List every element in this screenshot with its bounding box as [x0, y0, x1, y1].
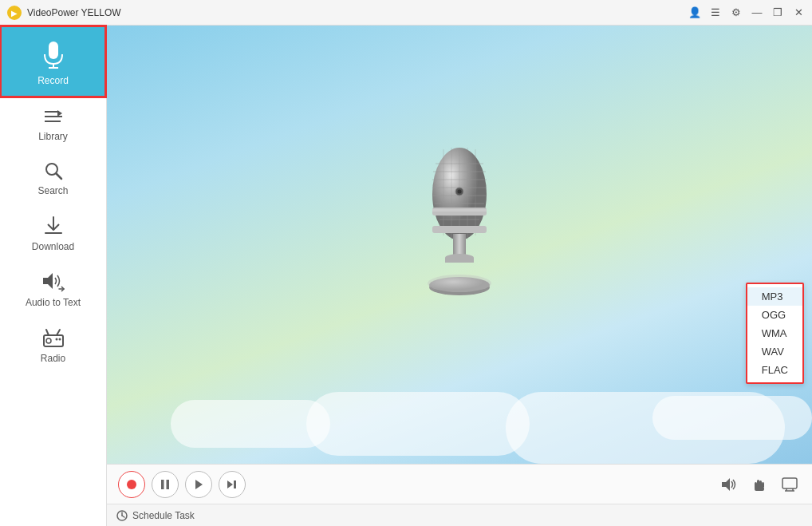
schedule-label: Schedule Task: [132, 510, 195, 521]
svg-point-16: [46, 338, 51, 343]
svg-rect-58: [755, 487, 764, 491]
screen-icon[interactable]: [778, 473, 801, 496]
svg-line-65: [122, 516, 124, 517]
svg-point-44: [428, 275, 491, 292]
svg-line-20: [57, 330, 60, 335]
cloud-4: [652, 396, 812, 440]
sidebar-item-radio[interactable]: Radio: [0, 316, 106, 372]
download-icon: [44, 216, 63, 236]
svg-rect-38: [432, 226, 487, 233]
format-wma[interactable]: WMA: [747, 324, 802, 342]
title-bar: ▶ VideoPower YELLOW 👤 ☰ ⚙ — ❒ ✕: [0, 0, 812, 26]
svg-rect-59: [782, 478, 797, 488]
sidebar-audio-text-label: Audio to Text: [26, 297, 81, 308]
svg-point-17: [55, 338, 57, 341]
svg-line-9: [56, 174, 61, 180]
window-controls: 👤 ☰ ⚙ — ❒ ✕: [688, 6, 806, 20]
sidebar-item-search[interactable]: Search: [0, 150, 106, 204]
svg-rect-52: [234, 481, 236, 488]
menu-icon[interactable]: ☰: [708, 6, 723, 20]
audio-to-text-icon: [41, 271, 65, 292]
svg-marker-13: [48, 273, 53, 289]
app-logo: ▶: [6, 5, 22, 21]
svg-rect-41: [445, 258, 474, 263]
bottom-right-icons: [718, 473, 801, 496]
svg-rect-54: [757, 480, 759, 488]
sidebar-item-record[interactable]: Record: [0, 26, 106, 97]
app-title: VideoPower YELLOW: [27, 7, 688, 18]
sidebar-radio-label: Radio: [41, 353, 65, 364]
volume-icon[interactable]: [718, 473, 740, 496]
minimize-icon[interactable]: —: [750, 6, 764, 20]
pause-button[interactable]: [152, 471, 179, 498]
sidebar: Record Library Search: [0, 26, 107, 526]
microphone-illustration: [404, 140, 515, 315]
format-ogg[interactable]: OGG: [747, 306, 802, 324]
svg-marker-50: [195, 480, 203, 489]
settings-icon[interactable]: ⚙: [729, 6, 743, 20]
record-icon: [41, 42, 65, 70]
app-body: Record Library Search: [0, 26, 812, 526]
svg-text:▶: ▶: [11, 9, 18, 18]
sidebar-record-label: Record: [37, 75, 69, 86]
search-icon: [44, 161, 63, 180]
sidebar-item-audio-to-text[interactable]: Audio to Text: [0, 260, 106, 316]
hand-icon[interactable]: [748, 473, 771, 496]
svg-point-18: [58, 338, 61, 341]
sidebar-item-library[interactable]: Library: [0, 97, 106, 150]
account-icon[interactable]: 👤: [688, 6, 702, 20]
format-mp3[interactable]: MP3: [747, 287, 802, 306]
svg-point-46: [458, 189, 462, 193]
close-icon[interactable]: ✕: [791, 6, 806, 20]
format-dropdown[interactable]: MP3 OGG WMA WAV FLAC: [746, 283, 804, 384]
svg-rect-2: [49, 42, 58, 59]
format-flac[interactable]: FLAC: [747, 361, 802, 379]
sidebar-search-label: Search: [37, 185, 68, 196]
content-area: MP3 OGG WMA WAV FLAC: [107, 26, 812, 464]
sidebar-download-label: Download: [32, 241, 74, 252]
bottom-controls-bar: [107, 464, 812, 504]
svg-rect-37: [432, 209, 487, 212]
svg-marker-51: [227, 481, 233, 488]
next-button[interactable]: [219, 471, 246, 498]
schedule-bar[interactable]: Schedule Task: [107, 504, 812, 526]
svg-point-47: [127, 480, 136, 489]
clock-icon: [116, 510, 128, 521]
restore-icon[interactable]: ❒: [771, 6, 785, 20]
library-icon: [43, 109, 64, 126]
main-content: MP3 OGG WMA WAV FLAC: [107, 26, 812, 526]
svg-rect-56: [762, 482, 764, 488]
record-button[interactable]: [118, 471, 145, 498]
svg-rect-12: [43, 278, 48, 284]
radio-icon: [42, 327, 65, 348]
svg-rect-48: [161, 480, 164, 489]
svg-line-19: [46, 330, 49, 335]
mic-svg: [408, 140, 511, 299]
svg-rect-55: [759, 481, 762, 488]
play-button[interactable]: [185, 471, 212, 498]
cloud-2: [306, 392, 530, 456]
svg-rect-49: [167, 480, 170, 489]
sidebar-item-download[interactable]: Download: [0, 204, 106, 260]
sidebar-library-label: Library: [38, 131, 68, 142]
format-wav[interactable]: WAV: [747, 342, 802, 361]
svg-marker-53: [722, 478, 730, 491]
